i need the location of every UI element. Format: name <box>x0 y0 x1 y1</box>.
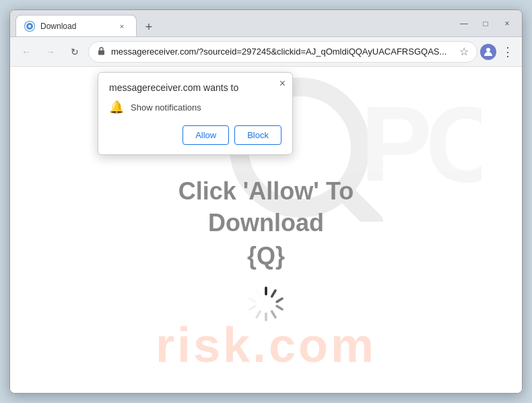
forward-button[interactable]: → <box>40 41 61 63</box>
tab-title: Download <box>40 22 76 31</box>
tab-close-button[interactable]: × <box>116 20 128 32</box>
allow-button[interactable]: Allow <box>182 125 229 145</box>
svg-line-11 <box>272 311 275 317</box>
browser-window: Download × + — □ × ← → ↻ messagereceiver… <box>9 9 523 394</box>
svg-line-13 <box>257 311 260 317</box>
page-main-text: Click 'Allow' To Download {Q} <box>178 176 354 324</box>
page-content: PC risk.com Click 'Allow' To Download {Q… <box>10 67 522 393</box>
nav-bar: ← → ↻ messagereceiver.com/?sourceid=2972… <box>10 37 522 67</box>
refresh-button[interactable]: ↻ <box>64 41 86 63</box>
block-button[interactable]: Block <box>234 125 281 145</box>
loading-spinner <box>178 284 354 324</box>
bookmark-icon[interactable]: ☆ <box>459 45 469 58</box>
active-tab[interactable]: Download × <box>15 15 137 36</box>
profile-icon[interactable] <box>480 44 496 60</box>
maximize-button[interactable]: □ <box>476 14 495 33</box>
heading-line2: Download <box>178 208 354 239</box>
lock-icon <box>97 46 106 57</box>
popup-actions: Allow Block <box>109 125 281 145</box>
popup-notification-item: 🔔 Show notifications <box>109 100 281 115</box>
minimize-button[interactable]: — <box>455 14 473 33</box>
svg-point-1 <box>28 25 31 28</box>
menu-icon[interactable]: ⋮ <box>499 44 517 59</box>
heading-line3: {Q} <box>178 242 354 270</box>
tab-area: Download × + <box>15 10 446 36</box>
popup-title: messagereceiver.com wants to <box>109 82 281 93</box>
notification-label: Show notifications <box>131 102 201 113</box>
svg-line-8 <box>272 290 275 297</box>
svg-text:PC: PC <box>360 84 481 204</box>
svg-line-15 <box>250 299 255 302</box>
svg-line-10 <box>277 306 282 309</box>
bell-icon: 🔔 <box>109 100 124 115</box>
tab-favicon <box>24 21 35 32</box>
title-bar: Download × + — □ × <box>10 10 522 37</box>
window-controls: — □ × <box>455 14 517 33</box>
svg-line-9 <box>277 299 282 302</box>
url-text: messagereceiver.com/?sourceid=297245&cli… <box>111 46 454 57</box>
popup-close-button[interactable]: × <box>279 78 286 89</box>
close-button[interactable]: × <box>498 14 517 33</box>
new-tab-button[interactable]: + <box>139 18 158 36</box>
heading-line1: Click 'Allow' To <box>178 176 354 208</box>
watermark-risk-text: risk.com <box>156 317 376 373</box>
svg-line-14 <box>250 306 255 309</box>
address-bar[interactable]: messagereceiver.com/?sourceid=297245&cli… <box>88 41 477 63</box>
notification-popup: × messagereceiver.com wants to 🔔 Show no… <box>98 72 293 155</box>
back-button[interactable]: ← <box>15 41 37 63</box>
svg-line-16 <box>257 290 260 297</box>
svg-rect-2 <box>98 50 104 55</box>
spinner-svg <box>246 284 286 324</box>
svg-point-3 <box>486 48 490 52</box>
